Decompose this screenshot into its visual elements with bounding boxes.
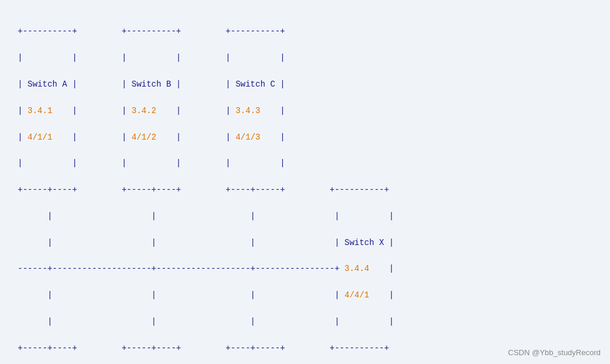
- watermark: CSDN @Ybb_studyRecord: [508, 348, 601, 357]
- switch-b-ip: 3.4.2: [131, 106, 156, 115]
- switch-c-port: 4/1/3: [236, 133, 261, 142]
- line-13: +-----+----+ +-----+----+ +----+-----+ +…: [18, 343, 389, 353]
- line-10: ------+--------------------+------------…: [18, 264, 394, 273]
- line-5: | 4/1/1 | | 4/1/2 | | 4/1/3 |: [18, 133, 285, 142]
- switch-b-port: 4/1/2: [131, 133, 156, 142]
- switch-x-port: 4/4/1: [345, 290, 370, 300]
- line-8: | | | | |: [18, 211, 394, 221]
- line-11: | | | | 4/4/1 |: [18, 290, 394, 300]
- switch-a-port: 4/1/1: [28, 133, 52, 142]
- line-6: | | | | | |: [18, 158, 285, 168]
- switch-a-ip: 3.4.1: [28, 106, 52, 115]
- line-3: | Switch A | | Switch B | | Switch C |: [18, 80, 285, 89]
- switch-x-ip: 3.4.4: [345, 264, 370, 273]
- line-4: | 3.4.1 | | 3.4.2 | | 3.4.3 |: [18, 106, 285, 115]
- switch-c-ip: 3.4.3: [236, 106, 261, 115]
- line-12: | | | | |: [18, 317, 394, 326]
- line-1: +----------+ +----------+ +----------+: [18, 27, 285, 36]
- line-7: +-----+----+ +-----+----+ +----+-----+ +…: [18, 185, 389, 194]
- line-9: | | | | Switch X |: [18, 238, 394, 247]
- line-2: | | | | | |: [18, 53, 285, 62]
- network-diagram: +----------+ +----------+ +----------+ |…: [6, 6, 604, 364]
